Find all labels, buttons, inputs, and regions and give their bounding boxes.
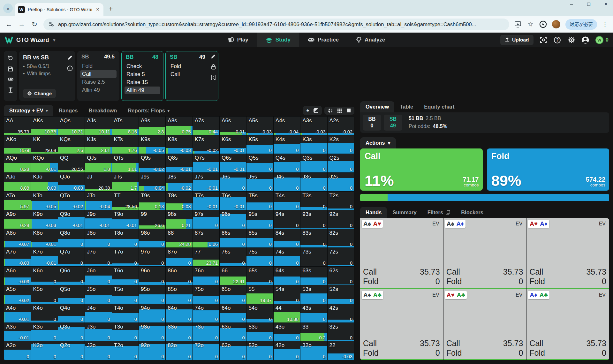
node-action-allin-49[interactable]: Allin 49 <box>80 86 117 94</box>
matrix-cell-66[interactable]: 6622.91 <box>220 267 246 285</box>
matrix-cell-74o[interactable]: 74o0 <box>193 304 219 322</box>
matrix-cell-KJo[interactable]: KJo0.03 <box>31 173 57 191</box>
matrix-cell-J6o[interactable]: J6o0 <box>85 267 111 285</box>
site-settings-icon[interactable] <box>49 21 54 27</box>
matrix-cell-K7s[interactable]: K7s-0.02 <box>193 135 219 154</box>
matrix-cell-J9o[interactable]: J9o-0.01 <box>85 210 111 229</box>
matrix-cell-K8s[interactable]: K8s-0.03 <box>166 135 192 154</box>
profile-avatar[interactable] <box>552 20 560 28</box>
matrix-cell-A9o[interactable]: A9o0.28 <box>4 210 31 229</box>
matrix-cell-T5o[interactable]: T5o0 <box>112 285 139 304</box>
tab-table[interactable]: Table <box>394 101 419 112</box>
matrix-cell-85o[interactable]: 85o0 <box>166 285 192 304</box>
matrix-cell-K4o[interactable]: K4o0 <box>31 304 57 322</box>
call-action-box[interactable]: Call 11% 71.17 combos <box>360 148 483 191</box>
matrix-cell-AKo[interactable]: AKo8.79 <box>4 135 31 154</box>
matrix-cell-J5s[interactable]: J5s0 <box>246 173 273 191</box>
matrix-cell-K3s[interactable]: K3s0 <box>300 135 327 154</box>
matrix-cell-54o[interactable]: 54o0 <box>246 304 273 322</box>
matrix-cell-52o[interactable]: 52o0 <box>246 341 273 360</box>
reload-button[interactable]: ↻ <box>31 20 38 28</box>
install-app-icon[interactable] <box>514 21 521 28</box>
tab-hands[interactable]: Hands <box>360 207 387 218</box>
matrix-cell-63s[interactable]: 63s0 <box>300 267 327 285</box>
change-button[interactable]: Change <box>23 89 56 98</box>
fold-action-box[interactable]: Fold 89% 574.22 combos <box>487 148 609 191</box>
matrix-cell-65o[interactable]: 65o0 <box>220 285 246 304</box>
matrix-cell-22[interactable]: 22-0.03 <box>328 341 354 360</box>
matrix-cell-A4o[interactable]: A4o-0.01 <box>4 304 31 322</box>
suits-toggle-icon[interactable]: ♠ <box>306 108 309 113</box>
matrix-cell-97o[interactable]: 97o0 <box>139 248 165 266</box>
matrix-cell-A8o[interactable]: A8o-0.07 <box>4 229 31 247</box>
matrix-cell-T8s[interactable]: T8s0.03 <box>166 192 192 210</box>
matrix-cell-87o[interactable]: 87o0 <box>166 248 192 266</box>
matrix-cell-TT[interactable]: TT28.56 <box>112 192 139 210</box>
reset-icon[interactable] <box>7 55 14 61</box>
edit-pencil-icon[interactable] <box>67 55 73 60</box>
settings-gear-icon[interactable] <box>567 36 576 44</box>
matrix-cell-Q6s[interactable]: Q6s-0.01 <box>220 154 246 172</box>
matrix-cell-32o[interactable]: 32o0 <box>300 341 327 360</box>
contrast-toggle-icon[interactable] <box>314 108 318 113</box>
node-action-allin-49[interactable]: Allin 49 <box>125 87 160 94</box>
compress-icon[interactable] <box>328 108 333 113</box>
matrix-cell-Q8s[interactable]: Q8s-0.01 <box>166 154 192 172</box>
matrix-cell-53o[interactable]: 53o0 <box>246 323 273 341</box>
matrix-cell-J6s[interactable]: J6s0 <box>220 173 246 191</box>
matrix-cell-KQo[interactable]: KQo-0.01 <box>31 154 57 172</box>
matrix-cell-AKs[interactable]: AKs10.78 <box>31 117 57 135</box>
matrix-cell-76s[interactable]: 76s0 <box>220 248 246 266</box>
matrix-cell-KK[interactable]: KK29.68 <box>31 135 57 154</box>
matrix-cell-64s[interactable]: 64s0 <box>274 267 300 285</box>
matrix-cell-95o[interactable]: 95o0 <box>139 285 165 304</box>
matrix-cell-62o[interactable]: 62o0 <box>220 341 246 360</box>
matrix-cell-J2s[interactable]: J2s0 <box>328 173 354 191</box>
tab-equity-chart[interactable]: Equity chart <box>419 101 460 112</box>
matrix-cell-64o[interactable]: 64o0 <box>220 304 246 322</box>
matrix-cell-Q6o[interactable]: Q6o0 <box>58 267 85 285</box>
matrix-cell-84s[interactable]: 84s0 <box>274 229 300 247</box>
tab-reports-flops[interactable]: Reports: Flops ▾ <box>122 105 175 116</box>
matrix-cell-J8s[interactable]: J8s-0.02 <box>166 173 192 191</box>
tab-close-icon[interactable]: × <box>95 6 100 13</box>
actions-dropdown[interactable]: Actions ▾ <box>360 137 396 148</box>
matrix-cell-AQo[interactable]: AQo8.28 <box>4 154 31 172</box>
matrix-cell-A8s[interactable]: A8s0.75 <box>166 117 192 135</box>
info-icon[interactable] <box>67 65 73 71</box>
matrix-cell-T7s[interactable]: T7s-0.01 <box>193 192 219 210</box>
tab-breakdown[interactable]: Breakdown <box>83 105 122 116</box>
save-icon[interactable] <box>8 66 13 72</box>
node-action-raise-5[interactable]: Raise 5 <box>125 71 160 78</box>
tab-blockers[interactable]: Blockers <box>456 207 489 218</box>
matrix-cell-AA[interactable]: AA35.73 <box>4 117 31 135</box>
matrix-cell-QJs[interactable]: QJs1.8 <box>85 154 111 172</box>
matrix-cell-92s[interactable]: 92s0 <box>328 210 354 229</box>
matrix-cell-86o[interactable]: 86o0 <box>166 267 192 285</box>
matrix-cell-53s[interactable]: 53s0 <box>300 285 327 304</box>
matrix-cell-A2o[interactable]: A2o0 <box>4 341 31 360</box>
matrix-cell-J3s[interactable]: J3s0 <box>300 173 327 191</box>
matrix-cell-82o[interactable]: 82o0 <box>166 341 192 360</box>
back-button[interactable]: ← <box>5 20 13 28</box>
matrix-cell-T9o[interactable]: T9o-0.01 <box>112 210 139 229</box>
matrix-cell-QQ[interactable]: QQ28.55 <box>58 154 85 172</box>
matrix-cell-JTs[interactable]: JTs1.7 <box>112 173 139 191</box>
node-action-check[interactable]: Check <box>125 63 160 70</box>
matrix-cell-Q2s[interactable]: Q2s0 <box>328 154 354 172</box>
matrix-cell-65s[interactable]: 65s0 <box>246 267 273 285</box>
square-view-icon[interactable] <box>346 108 351 113</box>
matrix-cell-AJo[interactable]: AJo8.08 <box>4 173 31 191</box>
tab-strategy-ev[interactable]: Strategy + EV ▾ <box>4 105 53 116</box>
matrix-cell-J7o[interactable]: J7o0 <box>85 248 111 266</box>
matrix-cell-KJs[interactable]: KJs2.61 <box>85 135 111 154</box>
matrix-cell-Q2o[interactable]: Q2o0 <box>58 341 85 360</box>
nav-item-practice[interactable]: Practice <box>299 33 347 47</box>
matrix-cell-73s[interactable]: 73s0 <box>300 248 327 266</box>
browser-tab[interactable]: W Preflop - Solutions - GTO Wizar × <box>15 3 103 16</box>
nav-item-analyze[interactable]: Analyze <box>347 33 394 47</box>
help-icon[interactable]: ? <box>553 36 562 44</box>
matrix-cell-43s[interactable]: 43s0 <box>300 304 327 322</box>
matrix-cell-94o[interactable]: 94o0 <box>139 304 165 322</box>
extension-icon[interactable] <box>539 20 547 28</box>
